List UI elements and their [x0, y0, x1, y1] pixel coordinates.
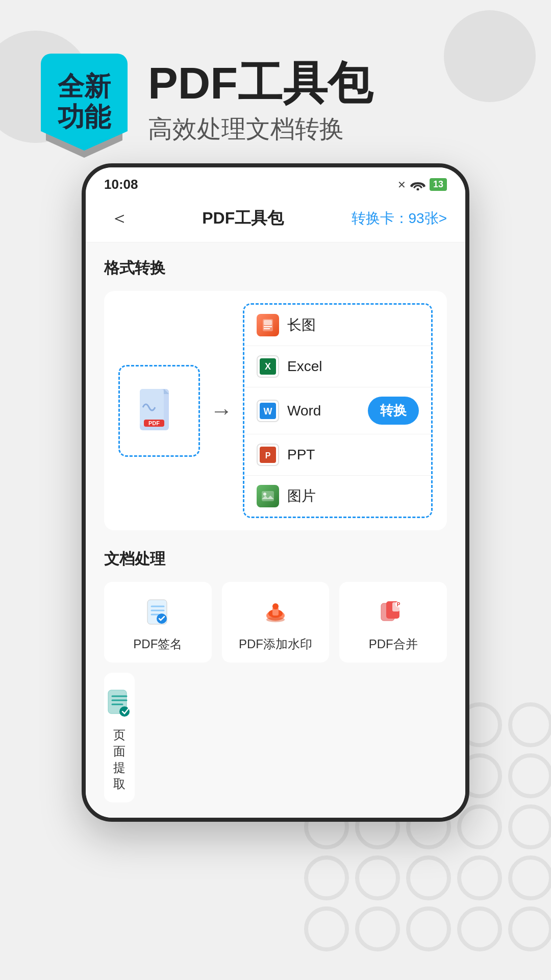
doc-grid: PDF签名 PDF添加水印 — [104, 582, 447, 802]
svg-point-24 — [510, 909, 551, 949]
pdf-icon: PDF — [139, 388, 180, 434]
format-word[interactable]: W Word 转换 — [244, 387, 431, 434]
format-section-title: 格式转换 — [104, 258, 447, 279]
back-button[interactable]: ＜ — [104, 204, 135, 233]
svg-point-20 — [306, 909, 347, 949]
svg-point-57 — [119, 706, 130, 717]
svg-text:PDF: PDF — [148, 420, 160, 426]
doc-watermark-label: PDF添加水印 — [239, 636, 312, 652]
status-bar: 10:08 ✕ 13 — [86, 167, 465, 198]
battery-level: 13 — [430, 178, 447, 191]
format-image[interactable]: 图片 — [244, 476, 431, 517]
new-feature-badge: 全新 功能 — [41, 54, 128, 151]
merge-icon: P — [377, 596, 410, 629]
doc-section: 文档处理 — [104, 549, 447, 802]
status-time: 10:08 — [104, 177, 138, 192]
svg-point-21 — [357, 909, 398, 949]
svg-point-14 — [510, 806, 551, 847]
arrow-icon: → — [210, 398, 233, 424]
conversion-area: PDF → — [104, 291, 447, 530]
doc-item-sign[interactable]: PDF签名 — [104, 582, 212, 663]
svg-rect-42 — [262, 491, 274, 501]
svg-point-49 — [272, 603, 279, 609]
target-options: 长图 X Excel — [243, 303, 433, 518]
excel-icon: X — [257, 355, 279, 378]
app-title: PDF工具包 — [202, 207, 284, 230]
svg-point-16 — [357, 857, 398, 898]
app-content: 格式转换 PDF — [86, 242, 465, 818]
svg-rect-33 — [264, 320, 272, 325]
format-excel[interactable]: X Excel — [244, 346, 431, 387]
svg-text:P: P — [396, 602, 400, 607]
signal-icon: ✕ — [397, 179, 406, 191]
svg-point-43 — [263, 493, 266, 496]
doc-section-title: 文档处理 — [104, 549, 447, 570]
svg-point-4 — [510, 704, 551, 745]
svg-point-15 — [306, 857, 347, 898]
ppt-icon: P — [257, 444, 279, 466]
watermark-icon — [259, 596, 292, 629]
app-header: ＜ PDF工具包 转换卡：93张> — [86, 198, 465, 242]
format-excel-name: Excel — [287, 358, 419, 375]
svg-point-23 — [459, 909, 500, 949]
hero-right: PDF工具包 高效处理文档转换 — [148, 59, 510, 146]
format-ppt[interactable]: P PPT — [244, 434, 431, 476]
format-ppt-name: PPT — [287, 447, 419, 463]
convert-button[interactable]: 转换 — [368, 397, 419, 425]
word-icon: W — [257, 400, 279, 422]
doc-item-extract[interactable]: 页面提取 — [104, 673, 135, 802]
svg-point-22 — [408, 909, 449, 949]
svg-point-9 — [510, 755, 551, 796]
svg-text:W: W — [264, 406, 272, 416]
svg-point-50 — [266, 617, 285, 622]
format-word-name: Word — [287, 403, 360, 419]
doc-item-merge[interactable]: P PDF合并 — [339, 582, 447, 663]
doc-extract-label: 页面提取 — [112, 727, 127, 792]
doc-item-watermark[interactable]: PDF添加水印 — [222, 582, 330, 663]
sign-icon — [141, 596, 174, 629]
phone-body: 10:08 ✕ 13 ＜ PDF工具包 转换卡：93张> — [82, 163, 469, 822]
phone-mockup: 10:08 ✕ 13 ＜ PDF工具包 转换卡：93张> — [82, 163, 469, 822]
svg-text:P: P — [265, 451, 271, 460]
svg-text:X: X — [265, 361, 271, 372]
doc-merge-label: PDF合并 — [369, 636, 418, 652]
format-image-name: 图片 — [287, 486, 419, 506]
svg-point-19 — [510, 857, 551, 898]
badge-text: 全新 功能 — [58, 71, 111, 133]
svg-point-25 — [416, 188, 419, 190]
conversion-card[interactable]: 转换卡：93张> — [352, 209, 447, 228]
image-icon — [257, 485, 279, 507]
svg-point-17 — [408, 857, 449, 898]
pdf-source: PDF — [118, 365, 200, 457]
hero-subtitle: 高效处理文档转换 — [148, 113, 510, 145]
format-changtu[interactable]: 长图 — [244, 305, 431, 346]
doc-sign-label: PDF签名 — [133, 636, 182, 652]
status-icons: ✕ 13 — [397, 178, 447, 191]
badge-container: 全新 功能 — [41, 54, 128, 151]
changtu-icon — [257, 314, 279, 336]
format-changtu-name: 长图 — [287, 315, 419, 335]
svg-point-18 — [459, 857, 500, 898]
hero-title: PDF工具包 — [148, 59, 510, 108]
wifi-icon — [410, 179, 425, 190]
battery-icon: 13 — [430, 178, 447, 191]
extract-icon — [103, 687, 136, 720]
format-section: 格式转换 PDF — [104, 258, 447, 530]
